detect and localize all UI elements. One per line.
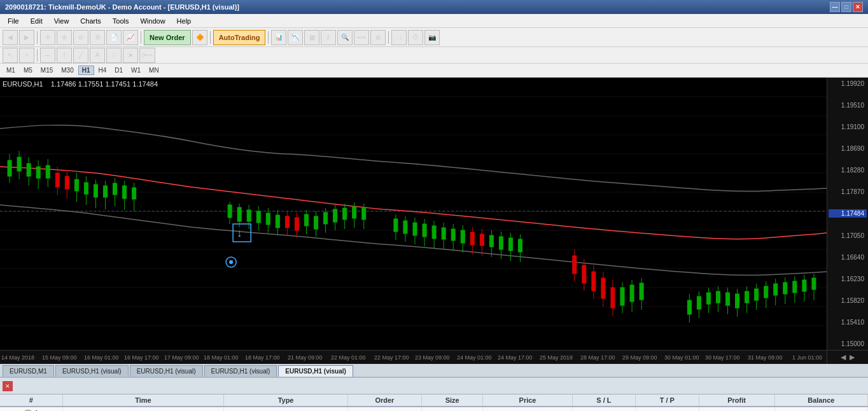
tb-zoom-in[interactable]: ⊕ xyxy=(57,30,72,45)
tb-back[interactable]: ◀ xyxy=(3,30,18,45)
tab-eurusd-h1-v4[interactable]: EURUSD,H1 (visual) xyxy=(278,365,353,377)
svg-rect-116 xyxy=(640,283,643,300)
svg-rect-134 xyxy=(764,286,768,298)
trade-table: # Time Type Order Size Price S / L T / P… xyxy=(0,394,868,411)
menu-view[interactable]: View xyxy=(49,15,74,27)
cell-num: 📋 1 xyxy=(0,407,62,411)
scroll-left[interactable]: ◀ xyxy=(841,353,846,361)
toolbar2: ↖ + — | ╱ A □ ➤ |⟵ xyxy=(0,47,868,64)
tab-eurusd-m1[interactable]: EURUSD,M1 xyxy=(3,365,54,377)
col-type: Type xyxy=(224,394,348,407)
svg-rect-50 xyxy=(256,211,260,223)
tb-chart-type[interactable]: 📊 xyxy=(271,30,286,45)
svg-rect-84 xyxy=(442,228,445,239)
tf-mn[interactable]: MN xyxy=(145,66,163,75)
draw-trendline[interactable]: ╱ xyxy=(73,48,88,63)
maximize-button[interactable]: □ xyxy=(841,2,851,12)
draw-rect[interactable]: □ xyxy=(106,48,122,63)
draw-arrow[interactable]: ➤ xyxy=(123,48,138,63)
svg-rect-52 xyxy=(266,213,270,225)
draw-period-sep[interactable]: |⟵ xyxy=(139,48,155,63)
svg-rect-114 xyxy=(630,285,634,302)
tb-period[interactable]: ⏱ xyxy=(408,30,423,45)
menu-help[interactable]: Help xyxy=(172,15,197,27)
tf-m1[interactable]: M1 xyxy=(3,66,19,75)
tf-h4[interactable]: H4 xyxy=(95,66,111,75)
tab-eurusd-h1-v2[interactable]: EURUSD,H1 (visual) xyxy=(130,365,203,377)
tb-grid[interactable]: ⊞ xyxy=(370,30,386,45)
menu-bar: File Edit View Charts Tools Window Help xyxy=(0,14,868,28)
svg-rect-42 xyxy=(132,188,136,199)
tb-screenshot[interactable]: 📷 xyxy=(424,30,440,45)
svg-rect-96 xyxy=(499,237,503,249)
price-level: 1.16230 xyxy=(829,275,867,282)
minimize-button[interactable]: — xyxy=(830,2,840,12)
col-size: Size xyxy=(421,394,482,407)
tf-d1[interactable]: D1 xyxy=(111,66,127,75)
chart-main[interactable]: EURUSD,H1 1.17486 1.17551 1.17451 1.1748… xyxy=(0,78,827,350)
tb-props[interactable]: ⚙ xyxy=(90,30,105,45)
current-price: 1.17484 xyxy=(829,209,867,218)
scroll-right[interactable]: ▶ xyxy=(850,353,855,361)
tb-candle[interactable]: 🕯 xyxy=(321,30,336,45)
svg-rect-32 xyxy=(84,183,88,194)
draw-vline[interactable]: | xyxy=(57,48,72,63)
draw-cursor[interactable]: ↖ xyxy=(3,48,18,63)
new-order-button[interactable]: New Order xyxy=(144,30,191,45)
price-level: 1.16640 xyxy=(829,254,867,261)
svg-rect-112 xyxy=(620,288,624,305)
svg-rect-54 xyxy=(276,215,279,228)
svg-rect-58 xyxy=(295,218,298,230)
svg-rect-30 xyxy=(74,179,78,191)
svg-point-148 xyxy=(229,260,233,264)
menu-charts[interactable]: Charts xyxy=(75,15,106,27)
draw-hline[interactable]: — xyxy=(40,48,55,63)
svg-rect-108 xyxy=(601,278,605,298)
tab-eurusd-h1-v3[interactable]: EURUSD,H1 (visual) xyxy=(204,365,277,377)
tb-volume[interactable]: ↑↓ xyxy=(391,30,407,45)
sep5 xyxy=(388,31,389,44)
col-sl: S / L xyxy=(572,394,635,407)
menu-tools[interactable]: Tools xyxy=(108,15,134,27)
tb-indicators[interactable]: 📈 xyxy=(123,30,138,45)
tb-line[interactable]: 📉 xyxy=(288,30,303,45)
sep2 xyxy=(141,31,141,44)
cell-sl xyxy=(572,407,635,411)
tf-m30[interactable]: M30 xyxy=(57,66,77,75)
svg-rect-132 xyxy=(755,289,759,300)
tab-eurusd-h1-v1[interactable]: EURUSD,H1 (visual) xyxy=(55,365,129,377)
sep4 xyxy=(268,31,269,44)
close-button[interactable]: ✕ xyxy=(853,2,863,12)
svg-rect-122 xyxy=(706,293,710,304)
menu-edit[interactable]: Edit xyxy=(25,15,48,27)
draw-text[interactable]: A xyxy=(90,48,105,63)
svg-text:↓: ↓ xyxy=(237,226,242,239)
tb-zoom-sel[interactable]: 🔍 xyxy=(337,30,353,45)
price-level: 1.17050 xyxy=(829,232,867,239)
tf-m5[interactable]: M5 xyxy=(20,66,36,75)
auto-trading-button[interactable]: AutoTrading xyxy=(213,30,266,45)
tb-order-icon[interactable]: 🔶 xyxy=(192,30,207,45)
tb-crosshair[interactable]: ✛ xyxy=(40,30,55,45)
tb-forward[interactable]: ▶ xyxy=(19,30,34,45)
title-bar: 2090018721: Tickmill-DemoUK - Demo Accou… xyxy=(0,0,868,14)
tb-zoom-out[interactable]: ⊖ xyxy=(73,30,88,45)
tf-w1[interactable]: W1 xyxy=(127,66,144,75)
toolbar1: ◀ ▶ ✛ ⊕ ⊖ ⚙ 📄 📈 New Order 🔶 AutoTrading … xyxy=(0,28,868,47)
tf-h1[interactable]: H1 xyxy=(78,66,94,75)
tb-template[interactable]: 📄 xyxy=(106,30,122,45)
svg-rect-56 xyxy=(285,216,289,228)
menu-window[interactable]: Window xyxy=(135,15,170,27)
tb-bar[interactable]: ▦ xyxy=(304,30,319,45)
menu-file[interactable]: File xyxy=(3,15,24,27)
svg-rect-60 xyxy=(304,214,308,226)
tf-m15[interactable]: M15 xyxy=(37,66,57,75)
svg-rect-40 xyxy=(123,186,127,199)
table-row: 📋 1 2018.05.18 12:40 buy 1 0.01 1.17842 xyxy=(0,407,868,411)
price-level: 1.17870 xyxy=(829,188,867,195)
svg-rect-110 xyxy=(611,288,615,308)
draw-crosshair[interactable]: + xyxy=(19,48,34,63)
tb-scroll[interactable]: ⟺ xyxy=(354,30,369,45)
price-level: 1.19510 xyxy=(829,102,867,109)
close-panel-button[interactable]: ✕ xyxy=(3,381,13,391)
